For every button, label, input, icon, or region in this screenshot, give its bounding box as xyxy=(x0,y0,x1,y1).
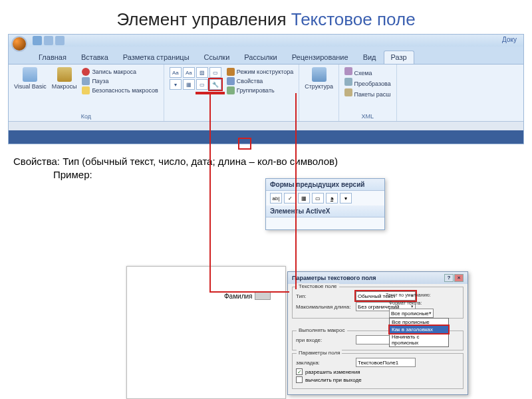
redo-icon[interactable] xyxy=(55,36,65,45)
type-label: Тип: xyxy=(296,293,353,299)
legacy-control-2[interactable]: ▦ xyxy=(298,193,310,203)
design-icon xyxy=(227,68,235,76)
macro-commands: Запись макроса Пауза Безопасность макрос… xyxy=(82,67,158,95)
group-xml: Схема Преобразова Пакеты расш XML xyxy=(339,65,397,121)
fieldset-params-legend: Параметры поля xyxy=(297,350,342,356)
format-select[interactable]: Все прописные▾ xyxy=(389,309,434,318)
ribbon: Visual Basic Макросы Запись макроса Пауз… xyxy=(9,64,523,121)
structure-button[interactable]: Структура xyxy=(305,67,333,90)
pause-icon xyxy=(82,77,90,85)
tab-7[interactable]: Разр xyxy=(384,51,414,64)
entry-macro-label: при входе: xyxy=(296,337,353,343)
schema-icon xyxy=(344,67,352,75)
activex-header: Элементы ActiveX xyxy=(266,205,384,217)
tab-4[interactable]: Рассылки xyxy=(237,51,284,64)
expansion-packs-button[interactable]: Пакеты расш xyxy=(344,88,391,99)
help-button[interactable]: ? xyxy=(444,274,454,282)
legacy-control-3[interactable]: ▭ xyxy=(312,193,324,203)
surname-label: Фамилия xyxy=(224,293,252,300)
dialog-titlebar: Параметры текстового поля ? × xyxy=(288,272,467,284)
schema-button[interactable]: Схема xyxy=(344,67,391,78)
transform-icon xyxy=(344,78,352,86)
design-mode-button[interactable]: Режим конструктора xyxy=(227,67,293,76)
surname-textbox[interactable] xyxy=(255,292,271,300)
dialog-title-text: Параметры текстового поля xyxy=(292,275,376,281)
group-xml-label: XML xyxy=(362,113,374,120)
annotation-line xyxy=(209,291,289,293)
legacy-forms-row: ab|✓▦▭a̲▾ xyxy=(266,191,384,205)
fieldset-fieldparams: Параметры поля закладка:ТекстовоеПоле1 ✓… xyxy=(292,353,464,389)
legacy-forms-popup: Формы предыдущих версий ab|✓▦▭a̲▾ Элемен… xyxy=(265,178,385,230)
fieldset-textfield: Текстовое поле Тип: Обычный текст▾ Текст… xyxy=(292,287,464,319)
tab-2[interactable]: Разметка страницы xyxy=(116,51,197,64)
format-dropdown-list[interactable]: Все прописные Как в заголовках Начинать … xyxy=(389,318,449,347)
record-icon xyxy=(82,68,90,76)
bookmark-label: закладка: xyxy=(296,360,353,366)
titlebar: Доку xyxy=(9,35,523,47)
fieldset-textfield-legend: Текстовое поле xyxy=(297,283,339,289)
allow-changes-checkbox[interactable]: ✓разрешить изменения xyxy=(296,368,460,375)
macro-security-button[interactable]: Безопасность макросов xyxy=(82,86,158,95)
controls-props: Режим конструктора Свойства Группировать xyxy=(227,67,293,95)
control-text[interactable]: Aa xyxy=(183,67,195,78)
group-controls-label xyxy=(231,113,233,120)
record-macro-button[interactable]: Запись макроса xyxy=(82,67,158,76)
tab-1[interactable]: Вставка xyxy=(74,51,116,64)
annotation-line xyxy=(295,93,297,289)
transform-button[interactable]: Преобразова xyxy=(344,78,391,88)
legacy-control-4[interactable]: a̲ xyxy=(326,193,338,203)
slide-title: Элемент управления Текстовое поле xyxy=(0,0,532,34)
format-opt-2[interactable]: Начинать с прописных xyxy=(390,333,448,346)
legacy-control-5[interactable]: ▾ xyxy=(340,193,352,203)
format-label: Формат текста: xyxy=(389,301,422,305)
surname-field: Фамилия xyxy=(224,292,271,300)
ribbon-tabs: ГлавнаяВставкаРазметка страницыСсылкиРас… xyxy=(9,51,523,64)
format-opt-0[interactable]: Все прописные xyxy=(390,319,448,326)
control-block[interactable]: ▭ xyxy=(196,79,208,90)
document-area xyxy=(9,130,523,144)
properties-button[interactable]: Свойства xyxy=(227,76,293,86)
annotation-line xyxy=(209,93,211,293)
control-richtext[interactable]: Aa xyxy=(170,67,182,78)
tab-6[interactable]: Вид xyxy=(356,51,384,64)
document-title: Доку xyxy=(502,36,517,43)
slide-title-accent: Текстовое поле xyxy=(291,9,416,29)
control-date[interactable]: ▦ xyxy=(183,79,195,90)
format-opt-1[interactable]: Как в заголовках xyxy=(390,326,448,333)
control-dropdown[interactable]: ▾ xyxy=(170,79,182,90)
word-window: Доку ГлавнаяВставкаРазметка страницыСсыл… xyxy=(8,34,524,144)
calc-on-exit-checkbox[interactable]: вычислить при выходе xyxy=(296,376,460,383)
document-sheet: Фамилия xyxy=(126,266,286,399)
legacy-control-1[interactable]: ✓ xyxy=(284,193,296,203)
control-combo[interactable]: ▭ xyxy=(209,67,221,78)
save-icon[interactable] xyxy=(33,36,42,45)
group-icon xyxy=(227,86,235,94)
group-structure: Структура xyxy=(299,65,339,121)
macros-button[interactable]: Макросы xyxy=(52,67,77,90)
activex-row xyxy=(266,217,384,229)
undo-icon[interactable] xyxy=(44,36,53,45)
tab-3[interactable]: Ссылки xyxy=(197,51,237,64)
annotation-box-legacy xyxy=(238,138,251,150)
legacy-control-0[interactable]: ab| xyxy=(270,193,282,203)
example-area: Фамилия Параметры текстового поля ? × Те… xyxy=(0,266,532,399)
tab-5[interactable]: Рецензирование xyxy=(285,51,356,64)
controls-grid: Aa Aa ▧ ▭ ▾ ▦ ▭ 🔧 xyxy=(170,67,221,90)
group-controls: Aa Aa ▧ ▭ ▾ ▦ ▭ 🔧 Режим конструктора Сво… xyxy=(164,65,299,121)
office-button[interactable] xyxy=(11,36,27,52)
packs-icon xyxy=(344,88,352,96)
bookmark-input[interactable]: ТекстовоеПоле1 xyxy=(356,358,416,367)
pause-button[interactable]: Пауза xyxy=(82,76,158,86)
quick-access-toolbar xyxy=(33,36,65,45)
control-picture[interactable]: ▧ xyxy=(196,67,208,78)
close-button[interactable]: × xyxy=(454,274,464,282)
visual-basic-button[interactable]: Visual Basic xyxy=(14,67,47,90)
group-control-button[interactable]: Группировать xyxy=(227,86,293,95)
fieldset-macro-legend: Выполнять макрос xyxy=(297,327,347,333)
maxlen-label: Максимальная длина: xyxy=(296,304,353,310)
group-code-label: Код xyxy=(81,113,91,120)
annotation-box-tab xyxy=(196,92,225,94)
tab-0[interactable]: Главная xyxy=(31,51,74,64)
control-legacy-tools[interactable]: 🔧 xyxy=(209,79,221,90)
ruler xyxy=(9,121,523,130)
